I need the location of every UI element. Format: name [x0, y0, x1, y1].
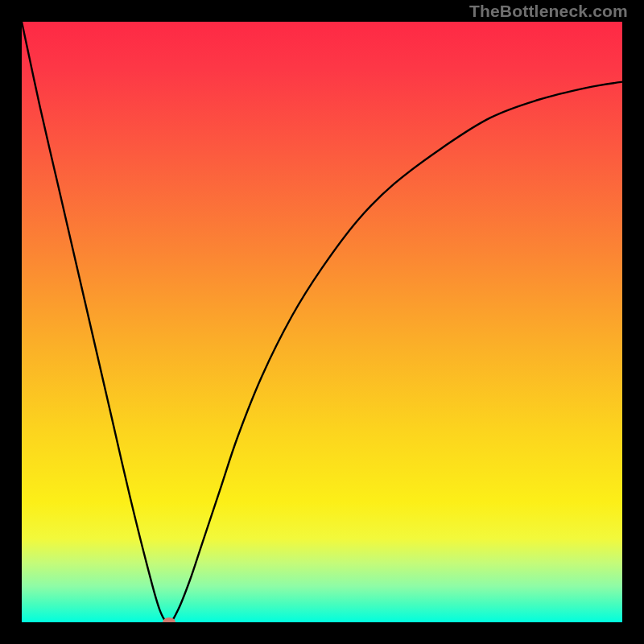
plot-area: [22, 22, 622, 622]
heatmap-gradient: [22, 22, 622, 622]
chart-frame: TheBottleneck.com: [0, 0, 644, 644]
optimal-marker: [163, 617, 175, 622]
watermark-text: TheBottleneck.com: [469, 2, 628, 21]
